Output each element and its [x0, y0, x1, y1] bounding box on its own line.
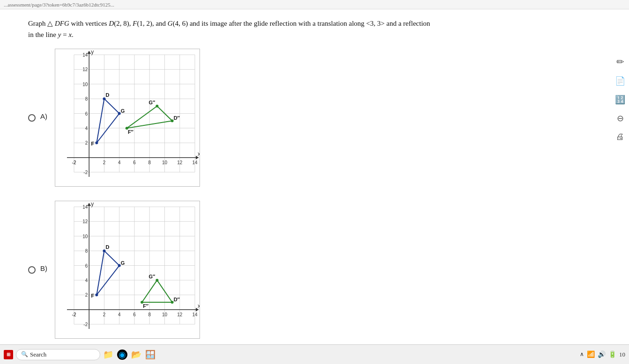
taskbar-folder-icon[interactable]: 📂 — [131, 349, 141, 360]
taskbar-left: ⊞ 🔍 Search 📁 ◉ 📂 🪟 — [4, 349, 155, 360]
taskbar-right: ∧ 📶 🔊 🔋 10 — [580, 350, 625, 358]
taskbar-file-icon[interactable]: 📁 — [103, 349, 113, 360]
browser-top-bar: ...assessment/page/3?token=6b9c7/3az6b12… — [0, 0, 629, 9]
option-a-row: A) — [28, 49, 571, 187]
taskbar-search-box[interactable]: 🔍 Search — [16, 349, 100, 360]
start-button[interactable]: ⊞ — [4, 350, 13, 359]
taskbar-browser-icon[interactable]: ◉ — [117, 349, 127, 360]
option-a-graph — [55, 49, 200, 187]
options-container: A) B) — [28, 49, 571, 339]
search-label: Search — [30, 351, 46, 358]
pencil-icon[interactable]: ✏ — [616, 56, 624, 67]
main-content: Graph △ DFG with vertices D(2, 8), F(1, … — [0, 9, 599, 339]
option-b-radio[interactable] — [28, 266, 36, 274]
taskbar-windows-icon[interactable]: 🪟 — [145, 349, 155, 360]
search-icon: 🔍 — [21, 351, 28, 358]
wifi-icon[interactable]: 📶 — [587, 350, 595, 358]
option-b-graph — [55, 201, 200, 339]
caret-icon[interactable]: ∧ — [580, 351, 584, 358]
minus-icon[interactable]: ⊖ — [617, 113, 624, 124]
url-bar: ...assessment/page/3?token=6b9c7/3az6b12… — [4, 2, 114, 7]
print-icon[interactable]: 🖨 — [616, 132, 624, 142]
option-a-canvas — [55, 49, 200, 187]
problem-line2: in the line y = x. — [28, 31, 74, 38]
right-sidebar: ✏ 📄 🔢 ⊖ 🖨 — [611, 56, 629, 142]
calculator-icon[interactable]: 🔢 — [615, 95, 625, 105]
option-a-label: A) — [40, 112, 47, 120]
taskbar-app-icons: 📁 ◉ 📂 🪟 — [103, 349, 155, 360]
option-b-canvas — [55, 201, 200, 339]
taskbar: ⊞ 🔍 Search 📁 ◉ 📂 🪟 ∧ 📶 🔊 🔋 10 — [0, 344, 629, 364]
option-b-row: B) — [28, 201, 571, 339]
document-icon[interactable]: 📄 — [615, 76, 625, 86]
volume-icon[interactable]: 🔊 — [598, 350, 606, 358]
battery-icon[interactable]: 🔋 — [608, 350, 616, 358]
problem-line1: Graph △ DFG with vertices D(2, 8), F(1, … — [28, 20, 430, 27]
option-a-radio[interactable] — [28, 114, 36, 122]
option-b-label: B) — [40, 264, 47, 272]
page-number: 10 — [619, 351, 625, 358]
problem-text: Graph △ DFG with vertices D(2, 8), F(1, … — [28, 18, 571, 40]
